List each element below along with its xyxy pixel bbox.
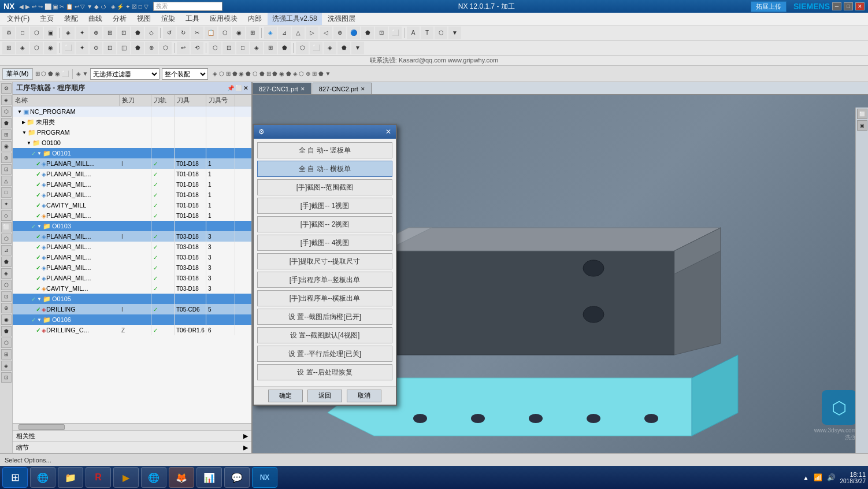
tree-item-o0100[interactable]: ▼ 📁 O0100 (13, 138, 251, 148)
tree-item-planar1[interactable]: ✓ ◈ PLANAR_MILL... I ✓ T01-D18 1 (13, 158, 251, 169)
assembly-dropdown[interactable]: 整个装配 (162, 68, 208, 80)
tb1-btn14[interactable]: ✂ (191, 27, 203, 39)
tree-item-planar9[interactable]: ✓ ◈ PLANAR_MIL... ✓ T03-D18 3 (13, 262, 251, 273)
vrt-btn1[interactable]: ⬜ (857, 109, 867, 119)
dlg-btn-10[interactable]: 设 置--截图默认[4视图] (257, 327, 392, 343)
lt-btn3[interactable]: ⬡ (1, 106, 12, 117)
lt-btn24[interactable]: ⊞ (1, 349, 12, 360)
tb2-btn4[interactable]: ◉ (44, 42, 57, 54)
lt-btn5[interactable]: ⊞ (1, 129, 12, 140)
tree-item-ncprogram[interactable]: ▼ ▣ NC_PROGRAM (13, 106, 251, 117)
excel-button[interactable]: 📊 (196, 467, 222, 488)
tb2-btn17[interactable]: □ (236, 42, 249, 54)
nx-taskbar-button[interactable]: NX (252, 467, 277, 488)
tb2-btn15[interactable]: ⬡ (209, 42, 221, 54)
lt-btn17[interactable]: ◈ (1, 268, 12, 279)
nav-expand-icon[interactable]: ⬜ (235, 85, 242, 91)
lt-btn8[interactable]: ⊡ (1, 164, 12, 175)
tb2-btn24[interactable]: ⬟ (337, 42, 350, 54)
tb1-more[interactable]: ▼ (448, 27, 461, 39)
wechat-button[interactable]: 💬 (224, 467, 250, 488)
tb2-btn11[interactable]: ⊕ (145, 42, 158, 54)
lt-btn19[interactable]: ⊡ (1, 291, 12, 302)
3d-view[interactable]: XM ZM Y ⬡ www.3dsyw.com洗强 (253, 95, 868, 453)
lt-btn25[interactable]: ◈ (1, 361, 12, 371)
firefox-button[interactable]: 🦊 (169, 467, 194, 488)
tb2-btn19[interactable]: ⊞ (264, 42, 277, 54)
tb1-btn5[interactable]: ◈ (62, 27, 75, 39)
tb1-btn20[interactable]: ⊿ (278, 27, 291, 39)
lt-btn2[interactable]: ◈ (1, 95, 12, 105)
dlg-btn-3[interactable]: [手]截图-- 1视图 (257, 198, 392, 214)
lt-btn16[interactable]: ⬟ (1, 257, 12, 267)
lt-btn18[interactable]: ⬡ (1, 280, 12, 290)
close-button[interactable]: ✕ (855, 2, 865, 10)
lt-btn21[interactable]: ◉ (1, 314, 12, 325)
lt-btn6[interactable]: ◉ (1, 141, 12, 151)
tree-item-o0105[interactable]: ✓ ▼ 📁 O0105 (13, 294, 251, 304)
tree-item-drilling[interactable]: ✓ ◈ DRILLING I ✓ T05-CD6 5 (13, 304, 251, 314)
tb1-btn24[interactable]: ⊕ (333, 27, 346, 39)
tb1-btn13[interactable]: ↻ (177, 27, 190, 39)
tree-item-drilling-c[interactable]: ✓ ◈ DRILLING_C... Z ✓ T06-DR1.6 6 (13, 325, 251, 335)
dlg-btn-6[interactable]: [手]提取尺寸--提取尺寸 (257, 253, 392, 269)
dialog-close-btn[interactable]: ✕ (385, 128, 391, 136)
nav-relations[interactable]: 相关性 ▶ (13, 430, 251, 442)
tb2-btn14[interactable]: ⟲ (191, 42, 203, 54)
tree-item-cavity1[interactable]: ✓ ◈ CAVITY_MILL ✓ T01-D18 1 (13, 200, 251, 210)
tb1-btn1[interactable]: ⚙ (2, 27, 15, 39)
menu-tools-v258[interactable]: 洗强工具v2.58 (268, 13, 321, 25)
dlg-btn-5[interactable]: [手]截图-- 4视图 (257, 235, 392, 251)
menu-assembly[interactable]: 装配 (60, 13, 83, 25)
menu-view[interactable]: 视图 (132, 13, 155, 25)
menu-file[interactable]: 文件(F) (2, 13, 34, 25)
ie-button[interactable]: 🌐 (30, 467, 55, 488)
filter-dropdown[interactable]: 无选择过滤器 (90, 68, 159, 80)
dlg-btn-11[interactable]: 设 置--平行后处理[已关] (257, 346, 392, 362)
tb2-btn6[interactable]: ✦ (76, 42, 88, 54)
menu-curve[interactable]: 曲线 (84, 13, 107, 25)
tree-item-o0101[interactable]: ✓ ▼ 📁 O0101 (13, 148, 251, 158)
relations-expand[interactable]: ▶ (243, 432, 248, 440)
tb1-btn16[interactable]: ⬡ (218, 27, 231, 39)
dlg-btn-12[interactable]: 设 置--后处理恢复 (257, 364, 392, 380)
lt-btn4[interactable]: ⬟ (1, 118, 12, 128)
tb1-btn21[interactable]: △ (292, 27, 305, 39)
tb1-btn30[interactable]: T (421, 27, 433, 39)
tb2-btn16[interactable]: ⊡ (222, 42, 235, 54)
menu-analysis[interactable]: 分析 (108, 13, 131, 25)
menu-button[interactable]: 菜单(M) (2, 68, 33, 80)
dialog-confirm-btn[interactable]: 确定 (268, 390, 303, 402)
viewport[interactable]: 827-CNC1.prt ✕ 827-CNC2.prt ✕ (253, 82, 868, 453)
nav-pin-icon[interactable]: 📌 (227, 85, 234, 91)
explorer-button[interactable]: 📁 (58, 467, 83, 488)
tree-item-planar2[interactable]: ✓ ◈ PLANAR_MIL... ✓ T01-D18 1 (13, 169, 251, 179)
nav-scrollbar[interactable] (13, 423, 251, 430)
tb2-btn10[interactable]: ⬟ (131, 42, 144, 54)
tb1-btn22[interactable]: ▷ (306, 27, 318, 39)
tb2-btn18[interactable]: ◈ (250, 42, 263, 54)
tb1-btn12[interactable]: ↺ (163, 27, 176, 39)
zoom-expand[interactable]: ▶ (243, 444, 248, 451)
scroll-thumb[interactable] (18, 424, 65, 430)
tree-item-o0106[interactable]: ✓ ▼ 📁 O0106 (13, 314, 251, 325)
nav-close-icon[interactable]: ✕ (243, 85, 248, 91)
tb2-btn12[interactable]: ⬡ (159, 42, 172, 54)
tb2-btn7[interactable]: ⊙ (90, 42, 102, 54)
tree-item-planar10[interactable]: ✓ ◈ PLANAR_MIL... ✓ T03-D18 3 (13, 273, 251, 283)
tb2-more[interactable]: ▼ (351, 42, 364, 54)
tb1-btn23[interactable]: ◁ (320, 27, 332, 39)
lt-btn15[interactable]: ⊿ (1, 245, 12, 255)
lt-btn9[interactable]: △ (1, 176, 12, 186)
lt-btn14[interactable]: ⬡ (1, 234, 12, 244)
dlg-btn-8[interactable]: [手]出程序单--横板出单 (257, 290, 392, 306)
tb1-btn25[interactable]: 🔵 (347, 27, 360, 39)
dlg-btn-2[interactable]: [手]截图--范围截图 (257, 179, 392, 195)
tb2-btn22[interactable]: ⬜ (310, 42, 322, 54)
lt-btn12[interactable]: ◇ (1, 210, 12, 221)
start-button[interactable]: ⊞ (2, 467, 28, 488)
menu-internal[interactable]: 内部 (243, 13, 266, 25)
dlg-btn-7[interactable]: [手]出程序单--竖板出单 (257, 272, 392, 288)
menu-render[interactable]: 渲染 (157, 13, 180, 25)
tb1-btn15[interactable]: 📋 (205, 27, 217, 39)
